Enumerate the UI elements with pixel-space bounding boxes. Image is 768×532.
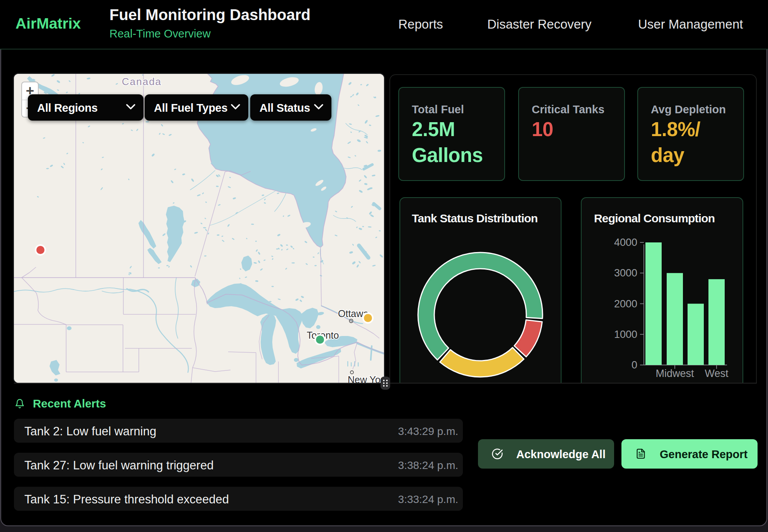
svg-text:West: West xyxy=(705,368,729,379)
svg-text:0: 0 xyxy=(631,359,637,371)
svg-text:Midwest: Midwest xyxy=(655,368,694,379)
svg-text:Canada: Canada xyxy=(122,76,162,87)
svg-text:4000: 4000 xyxy=(614,237,637,248)
svg-text:3000: 3000 xyxy=(614,267,637,279)
svg-text:New York: New York xyxy=(348,374,384,383)
svg-text:1000: 1000 xyxy=(614,329,637,340)
svg-text:2000: 2000 xyxy=(614,298,637,310)
